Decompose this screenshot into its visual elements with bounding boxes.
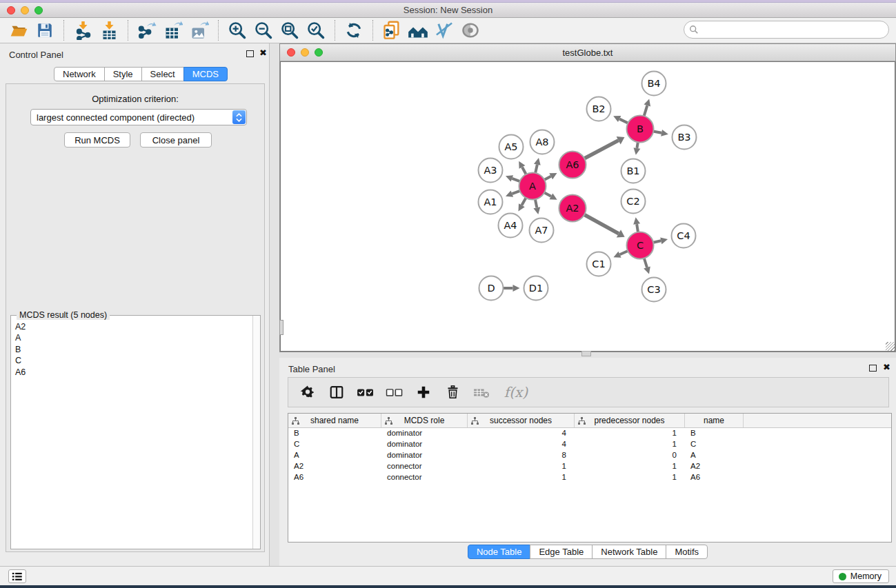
table-cell-successor-nodes[interactable]: 1	[468, 472, 575, 483]
graph-node-C2[interactable]: C2	[621, 190, 646, 214]
graph-node-B[interactable]: B	[627, 116, 654, 143]
save-session-icon[interactable]	[32, 20, 58, 41]
export-table-icon[interactable]	[160, 20, 186, 41]
table-cell-shared-name[interactable]: A6	[288, 472, 381, 483]
tab-motifs[interactable]: Motifs	[666, 545, 708, 559]
close-panel-icon[interactable]: ✖	[259, 48, 267, 57]
table-cell-predecessor-nodes[interactable]: 1	[575, 428, 685, 439]
table-cell-MCDS-role[interactable]: connector	[381, 472, 468, 483]
table-cell-MCDS-role[interactable]: connector	[381, 461, 468, 472]
table-row[interactable]: A2connector11A2	[288, 461, 891, 472]
table-cell-shared-name[interactable]: A	[288, 450, 381, 461]
table-cell-successor-nodes[interactable]: 8	[468, 450, 575, 461]
function-builder-icon[interactable]: f(x)	[501, 383, 531, 402]
table-row[interactable]: Adominator80A	[288, 450, 891, 461]
float-panel-icon[interactable]	[246, 50, 254, 57]
export-image-icon[interactable]	[186, 20, 212, 41]
table-panel-mode-icon[interactable]	[327, 383, 346, 402]
tab-style[interactable]: Style	[104, 67, 142, 81]
table-cell-MCDS-role[interactable]: dominator	[381, 428, 468, 439]
table-cell-name[interactable]: B	[685, 428, 744, 439]
table-cell-name[interactable]: C	[685, 439, 744, 450]
hide-all-columns-icon[interactable]	[385, 383, 404, 402]
graph-node-A2[interactable]: A2	[559, 195, 586, 222]
table-cell-name[interactable]: A6	[685, 472, 744, 483]
table-cell-predecessor-nodes[interactable]: 1	[575, 439, 685, 450]
result-scrollbar[interactable]	[252, 316, 260, 549]
splitter-handle[interactable]	[581, 351, 591, 356]
zoom-in-icon[interactable]	[224, 20, 250, 41]
tab-edge-table[interactable]: Edge Table	[530, 545, 593, 559]
graph-node-B1[interactable]: B1	[621, 159, 646, 183]
table-row[interactable]: A6connector11A6	[288, 472, 891, 483]
table-cell-predecessor-nodes[interactable]: 1	[575, 461, 685, 472]
table-close-icon[interactable]: ✖	[883, 363, 890, 372]
result-list-item[interactable]: C	[15, 355, 260, 366]
table-float-icon[interactable]	[869, 365, 877, 372]
open-session-icon[interactable]	[6, 20, 32, 41]
close-panel-button[interactable]: Close panel	[140, 132, 212, 148]
table-cell-MCDS-role[interactable]: dominator	[381, 450, 468, 461]
column-header-predecessor-nodes[interactable]: predecessor nodes	[575, 414, 685, 427]
graph-node-A6[interactable]: A6	[559, 152, 586, 179]
window-resize-grip[interactable]	[886, 342, 895, 351]
show-all-columns-icon[interactable]	[356, 383, 375, 402]
result-list-item[interactable]: B	[15, 344, 260, 355]
table-cell-successor-nodes[interactable]: 4	[468, 439, 575, 450]
network-canvas[interactable]: B4B2BB3A8A5A6A3B1AA1C2A2A4A7C4CC1DD1C3	[280, 61, 895, 352]
graph-node-A3[interactable]: A3	[479, 159, 503, 183]
import-table-icon[interactable]	[96, 20, 122, 41]
graph-node-A8[interactable]: A8	[530, 130, 555, 154]
graph-node-C1[interactable]: C1	[587, 252, 611, 276]
graph-node-A4[interactable]: A4	[499, 214, 523, 238]
graph-node-C4[interactable]: C4	[672, 224, 696, 248]
table-cell-shared-name[interactable]: B	[288, 428, 381, 439]
graph-node-A1[interactable]: A1	[479, 190, 503, 214]
table-cell-shared-name[interactable]: C	[288, 439, 381, 450]
zoom-out-icon[interactable]	[250, 20, 277, 41]
table-cell-successor-nodes[interactable]: 1	[468, 461, 575, 472]
table-cell-name[interactable]: A2	[685, 461, 744, 472]
create-column-icon[interactable]	[414, 383, 433, 402]
result-list-item[interactable]: A2	[15, 321, 260, 332]
table-row[interactable]: Bdominator41B	[288, 428, 891, 439]
export-network-icon[interactable]	[134, 20, 160, 41]
graph-node-D1[interactable]: D1	[524, 276, 548, 301]
zoom-selected-icon[interactable]	[303, 20, 329, 41]
tab-select[interactable]: Select	[141, 67, 184, 81]
tab-network[interactable]: Network	[54, 67, 105, 81]
table-cell-shared-name[interactable]: A2	[288, 461, 381, 472]
graph-node-B4[interactable]: B4	[642, 72, 666, 96]
table-cell-predecessor-nodes[interactable]: 0	[575, 450, 685, 461]
search-input[interactable]	[684, 21, 889, 39]
first-neighbors-icon[interactable]	[405, 20, 431, 41]
tab-node-table[interactable]: Node Table	[468, 545, 531, 559]
graph-node-C3[interactable]: C3	[642, 278, 666, 302]
table-cell-MCDS-role[interactable]: dominator	[381, 439, 468, 450]
task-history-button[interactable]	[8, 569, 26, 583]
clone-network-icon[interactable]	[379, 20, 405, 41]
eye-icon[interactable]	[457, 20, 484, 41]
memory-button[interactable]: Memory	[833, 569, 889, 583]
tab-network-table[interactable]: Network Table	[592, 545, 666, 559]
column-header-shared-name[interactable]: shared name	[288, 414, 381, 427]
column-header-successor-nodes[interactable]: successor nodes	[468, 414, 575, 427]
tab-mcds[interactable]: MCDS	[183, 67, 228, 81]
run-mcds-button[interactable]: Run MCDS	[64, 132, 130, 148]
delete-columns-icon[interactable]	[443, 383, 462, 402]
delete-table-icon[interactable]	[472, 383, 491, 402]
table-cell-name[interactable]: A	[685, 450, 744, 461]
graph-node-A[interactable]: A	[519, 173, 546, 200]
show-graphics-details-icon[interactable]	[431, 20, 457, 41]
table-row[interactable]: Cdominator41C	[288, 439, 891, 450]
column-header-MCDS-role[interactable]: MCDS role	[381, 414, 468, 427]
column-header-name[interactable]: name	[685, 414, 744, 427]
criterion-select[interactable]: largest connected component (directed)	[30, 109, 247, 125]
canvas-left-grip[interactable]	[279, 320, 283, 335]
table-cell-predecessor-nodes[interactable]: 1	[575, 472, 685, 483]
refresh-layout-icon[interactable]	[341, 20, 367, 41]
graph-node-B2[interactable]: B2	[587, 97, 611, 121]
graph-node-C[interactable]: C	[627, 232, 654, 259]
result-list-item[interactable]: A6	[15, 367, 260, 378]
result-list-item[interactable]: A	[15, 332, 260, 343]
